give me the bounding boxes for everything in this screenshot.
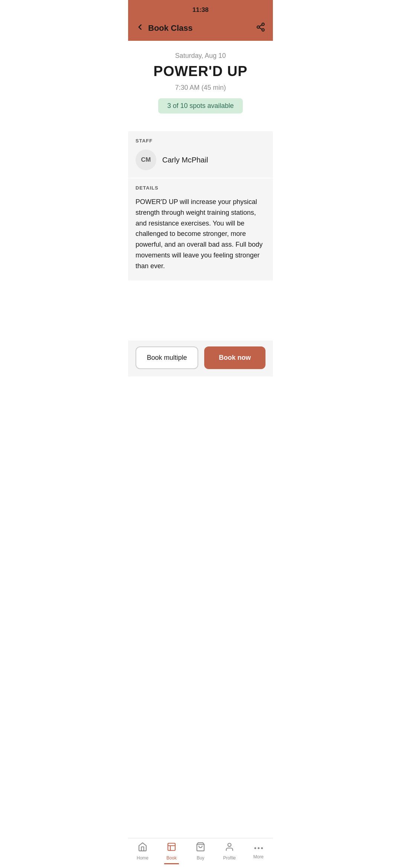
class-date: Saturday, Aug 10	[136, 52, 265, 60]
header-title: Book Class	[148, 23, 193, 33]
staff-initials: CM	[141, 156, 151, 164]
share-button[interactable]	[256, 22, 265, 34]
spots-container: 3 of 10 spots available	[136, 98, 265, 117]
staff-section: STAFF CM Carly McPhail	[128, 131, 273, 178]
spacer	[128, 280, 273, 340]
class-name: POWER'D UP	[136, 63, 265, 79]
svg-line-3	[259, 28, 262, 29]
details-section-label: DETAILS	[136, 185, 265, 191]
back-button[interactable]	[136, 23, 144, 34]
header: Book Class	[128, 19, 273, 41]
details-section: DETAILS POWER'D UP will increase your ph…	[128, 178, 273, 280]
staff-row: CM Carly McPhail	[136, 149, 265, 170]
header-left: Book Class	[136, 23, 193, 34]
status-time: 11:38	[192, 6, 208, 14]
details-text: POWER'D UP will increase your physical s…	[136, 197, 265, 272]
status-bar: 11:38	[128, 0, 273, 19]
main-content: Saturday, Aug 10 POWER'D UP 7:30 AM (45 …	[128, 41, 273, 128]
spots-badge: 3 of 10 spots available	[158, 98, 242, 114]
staff-name: Carly McPhail	[162, 156, 208, 164]
book-multiple-button[interactable]: Book multiple	[136, 346, 198, 369]
svg-line-4	[259, 25, 262, 26]
bottom-actions: Book multiple Book now	[128, 341, 273, 377]
book-now-button[interactable]: Book now	[204, 346, 265, 369]
class-time: 7:30 AM (45 min)	[136, 84, 265, 92]
staff-avatar: CM	[136, 149, 156, 170]
staff-section-label: STAFF	[136, 138, 265, 144]
